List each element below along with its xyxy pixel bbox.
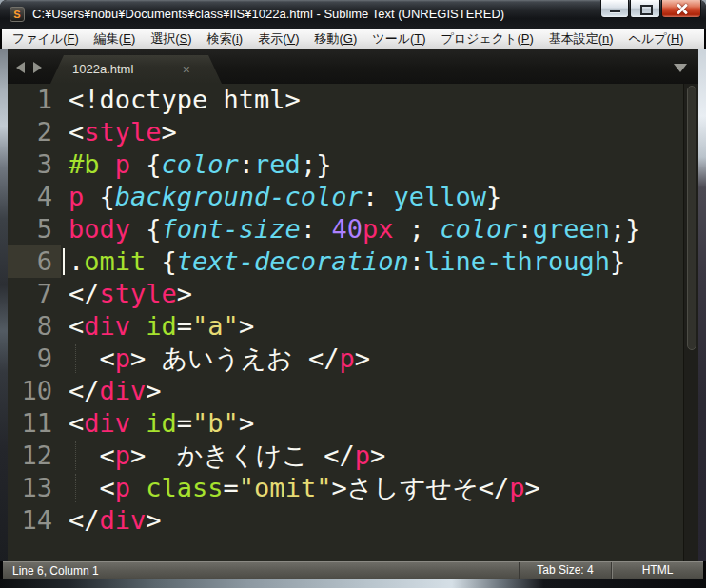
gutter: 1234567891011121314 <box>8 84 61 537</box>
code-line-14[interactable]: </div> <box>69 504 682 537</box>
menu-item-T[interactable]: ツール(T) <box>364 29 433 49</box>
line-number: 10 <box>8 375 61 407</box>
code-line-3[interactable]: #b p {color:red;} <box>69 148 682 181</box>
code-line-6[interactable]: .omit {text-decoration:line-through} <box>69 245 682 278</box>
window-frame-right <box>698 49 706 561</box>
cursor-position-status: Line 6, Column 1 <box>3 564 519 578</box>
line-number: 12 <box>8 440 61 472</box>
line-number: 11 <box>8 407 61 440</box>
code-line-13[interactable]: <p class="omit">さしすせそ</p> <box>69 472 682 504</box>
window-frame-left <box>0 49 8 561</box>
menu-item-n[interactable]: 基本設定(n) <box>541 29 621 49</box>
code-line-2[interactable]: <style> <box>69 116 682 148</box>
code-line-4[interactable]: p {background-color: yellow} <box>69 181 682 213</box>
line-number: 4 <box>8 181 61 213</box>
code-line-10[interactable]: </div> <box>69 375 682 407</box>
menu-item-E[interactable]: 編集(E) <box>87 29 143 49</box>
menu-item-F[interactable]: ファイル(F) <box>5 29 87 49</box>
line-number: 13 <box>8 472 61 504</box>
menu-item-i[interactable]: 検索(i) <box>200 29 251 49</box>
line-number: 6 <box>8 245 61 278</box>
vertical-scrollbar[interactable] <box>683 84 698 561</box>
line-number: 1 <box>8 84 61 116</box>
code-lines[interactable]: <!doctype html><style>#b p {color:red;}p… <box>69 84 682 537</box>
maximize-button[interactable] <box>630 0 660 18</box>
tab-label: 1022a.html <box>72 55 133 84</box>
code-line-7[interactable]: </style> <box>69 278 682 310</box>
sublime-app-icon: S <box>10 7 25 22</box>
menu-item-P[interactable]: プロジェクト(P) <box>434 29 541 49</box>
window-title: C:¥Users¥nobu¥Documents¥class¥IIS¥1022a.… <box>32 0 504 29</box>
menu-item-G[interactable]: 移動(G) <box>307 29 365 49</box>
tab-list-dropdown-icon[interactable] <box>674 64 687 72</box>
text-caret <box>63 248 65 275</box>
code-line-9[interactable]: <p> あいうえお </p> <box>69 343 682 375</box>
minimize-button[interactable] <box>600 0 629 18</box>
code-line-5[interactable]: body {font-size: 40px ; color:green;} <box>69 213 682 245</box>
tab-scroll-left-icon[interactable] <box>16 62 25 73</box>
syntax-status[interactable]: HTML <box>611 562 703 579</box>
code-line-1[interactable]: <!doctype html> <box>69 84 682 116</box>
window-frame-bottom <box>0 579 706 588</box>
maximize-icon <box>640 5 653 15</box>
line-number: 3 <box>8 148 61 181</box>
sublime-text-window: S C:¥Users¥nobu¥Documents¥class¥IIS¥1022… <box>0 0 706 588</box>
menubar: ファイル(F)編集(E)選択(S)検索(i)表示(V)移動(G)ツール(T)プロ… <box>2 29 704 49</box>
code-line-12[interactable]: <p> かきくけこ </p> <box>69 440 682 472</box>
line-number: 8 <box>8 310 61 343</box>
statusbar: Line 6, Column 1 Tab Size: 4 HTML <box>3 561 703 579</box>
tab-scroll-right-icon[interactable] <box>33 62 42 73</box>
menu-item-H[interactable]: ヘルプ(H) <box>621 29 692 49</box>
scrollbar-thumb[interactable] <box>687 86 696 350</box>
menu-item-V[interactable]: 表示(V) <box>250 29 306 49</box>
line-number: 5 <box>8 213 61 245</box>
tab-size-status[interactable]: Tab Size: 4 <box>519 562 611 579</box>
line-number: 2 <box>8 116 61 148</box>
code-line-11[interactable]: <div id="b"> <box>69 407 682 440</box>
code-editor[interactable]: 1234567891011121314 <!doctype html><styl… <box>8 84 698 561</box>
menu-item-S[interactable]: 選択(S) <box>143 29 199 49</box>
indent-guide <box>75 344 76 373</box>
tabbar: 1022a.html × <box>8 49 698 84</box>
line-number: 7 <box>8 278 61 310</box>
indent-guide <box>75 474 76 502</box>
line-number: 9 <box>8 343 61 375</box>
window-controls <box>600 0 701 18</box>
titlebar[interactable]: S C:¥Users¥nobu¥Documents¥class¥IIS¥1022… <box>0 0 706 29</box>
close-button[interactable] <box>661 0 701 18</box>
indent-guide <box>75 441 76 470</box>
line-number: 14 <box>8 504 61 537</box>
tab-1022a-html[interactable]: 1022a.html × <box>50 55 222 84</box>
tab-close-icon[interactable]: × <box>183 55 190 84</box>
minimize-icon <box>610 10 620 12</box>
code-line-8[interactable]: <div id="a"> <box>69 310 682 343</box>
close-icon <box>677 3 688 14</box>
